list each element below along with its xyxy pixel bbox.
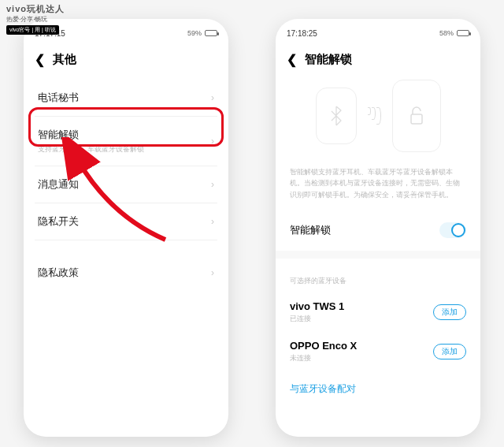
item-label: 电话秘书 bbox=[38, 91, 79, 105]
unlock-card bbox=[392, 80, 441, 152]
item-label: 隐私政策 bbox=[38, 266, 79, 280]
bluetooth-icon bbox=[329, 106, 343, 126]
phone-settings-other: 17:17:15 59% ❮ 其他 电话秘书 › 智能解锁 支持蓝牙耳机、车载蓝… bbox=[24, 19, 228, 437]
device-name: OPPO Enco X bbox=[290, 340, 357, 352]
device-name: vivo TWS 1 bbox=[290, 300, 344, 312]
item-label: 智能解锁 bbox=[38, 128, 144, 142]
chevron-right-icon: › bbox=[211, 179, 214, 190]
battery-icon bbox=[205, 30, 217, 36]
phone-smart-unlock: 17:18:25 58% ❮ 智能解锁 bbox=[276, 19, 480, 437]
device-row: vivo TWS 1 已连接 添加 bbox=[287, 292, 469, 332]
page-title: 其他 bbox=[53, 52, 76, 67]
add-device-button[interactable]: 添加 bbox=[433, 344, 466, 359]
back-icon[interactable]: ❮ bbox=[287, 52, 297, 67]
svg-rect-1 bbox=[411, 114, 422, 124]
chevron-right-icon: › bbox=[211, 267, 214, 278]
item-label: 消息通知 bbox=[38, 177, 79, 192]
chevron-right-icon: › bbox=[211, 216, 214, 227]
status-right: 58% bbox=[439, 29, 469, 37]
page-header: ❮ 其他 bbox=[35, 52, 217, 67]
watermark-sub: 热爱·分享·畅玩 bbox=[6, 15, 65, 24]
battery-icon bbox=[457, 30, 469, 36]
status-right: 59% bbox=[187, 29, 217, 37]
unlock-icon bbox=[407, 105, 426, 127]
page-header: ❮ 智能解锁 bbox=[287, 52, 469, 67]
smart-unlock-toggle-row: 智能解锁 bbox=[287, 213, 469, 248]
item-privacy-switch[interactable]: 隐私开关 › bbox=[35, 203, 217, 240]
watermark-brand: vivo玩机达人 bbox=[6, 3, 65, 15]
chevron-right-icon: › bbox=[211, 92, 214, 103]
item-sub: 支持蓝牙耳机、车载蓝牙设备解锁 bbox=[38, 144, 144, 155]
smart-unlock-toggle[interactable] bbox=[439, 222, 466, 238]
status-bar: 17:18:25 58% bbox=[287, 25, 469, 41]
item-label: 隐私开关 bbox=[38, 214, 79, 229]
item-smart-unlock[interactable]: 智能解锁 支持蓝牙耳机、车载蓝牙设备解锁 › bbox=[35, 117, 217, 166]
item-privacy-policy[interactable]: 隐私政策 › bbox=[35, 255, 217, 291]
back-icon[interactable]: ❮ bbox=[35, 52, 45, 67]
watermark: vivo玩机达人 热爱·分享·畅玩 vivo官号 | 用 | 听说 bbox=[6, 3, 65, 35]
signal-icon bbox=[368, 107, 381, 125]
illustration bbox=[287, 80, 469, 152]
page-title: 智能解锁 bbox=[305, 52, 352, 67]
section-divider bbox=[276, 251, 480, 259]
device-row: OPPO Enco X 未连接 添加 bbox=[287, 332, 469, 371]
bluetooth-card bbox=[316, 88, 357, 144]
device-state: 未连接 bbox=[290, 353, 357, 363]
devices-header: 可选择的蓝牙设备 bbox=[287, 262, 469, 292]
device-state: 已连接 bbox=[290, 314, 344, 324]
item-phone-secretary[interactable]: 电话秘书 › bbox=[35, 80, 217, 117]
toggle-label: 智能解锁 bbox=[290, 223, 331, 237]
chevron-right-icon: › bbox=[211, 136, 214, 147]
phone-pair: 17:17:15 59% ❮ 其他 电话秘书 › 智能解锁 支持蓝牙耳机、车载蓝… bbox=[0, 0, 504, 445]
pair-bluetooth-link[interactable]: 与蓝牙设备配对 bbox=[287, 371, 469, 407]
feature-description: 智能解锁支持蓝牙耳机、车载蓝牙等蓝牙设备解锁本机。当检测到本机与蓝牙设备连接时，… bbox=[287, 163, 469, 213]
item-message-notify[interactable]: 消息通知 › bbox=[35, 166, 217, 203]
status-time: 17:18:25 bbox=[287, 29, 317, 38]
add-device-button[interactable]: 添加 bbox=[433, 304, 466, 320]
watermark-badge: vivo官号 | 用 | 听说 bbox=[6, 25, 59, 35]
